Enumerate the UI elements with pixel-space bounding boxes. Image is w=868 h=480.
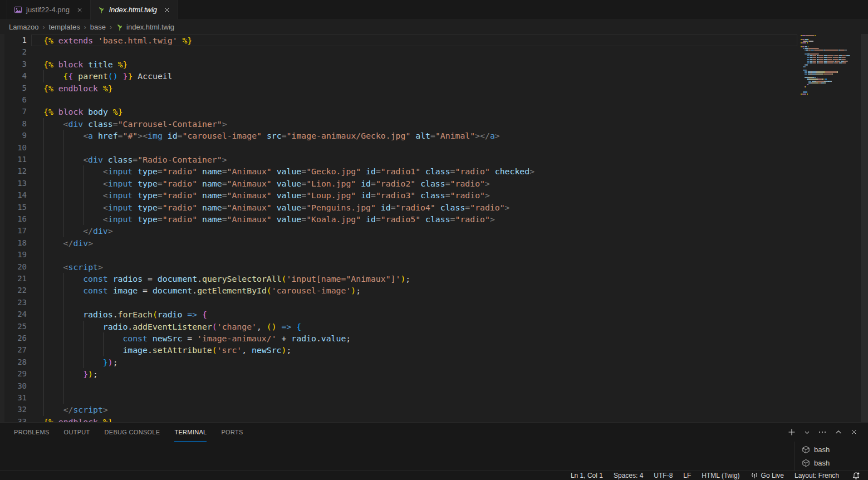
tab-justif22-4.png[interactable]: justif22-4.png <box>7 0 91 19</box>
code-line-1[interactable]: 1{% extends 'base.html.twig' %} <box>0 35 797 46</box>
code-line-2[interactable]: 2 <box>0 46 797 58</box>
code-line-27[interactable]: 27image.setAttribute('src', newSrc); <box>0 344 797 356</box>
statusbar-eol[interactable]: LF <box>683 472 691 479</box>
code-line-31[interactable]: 31 <box>0 392 797 404</box>
statusbar-notifications[interactable] <box>852 472 860 480</box>
code-line-17[interactable]: 17</div> <box>0 225 797 237</box>
terminal-item-2[interactable]: bash <box>795 456 868 469</box>
statusbar-language-mode[interactable]: HTML (Twig) <box>702 472 739 479</box>
indent-guide <box>63 297 64 308</box>
breadcrumb-file[interactable]: index.html.twig <box>116 23 174 31</box>
minimap-line <box>815 50 822 51</box>
minimap-line <box>812 71 816 72</box>
code-line-33[interactable]: 33{% endblock %} <box>0 416 797 422</box>
close-icon[interactable] <box>850 428 858 436</box>
line-text: <input type="radio" name="Animaux" value… <box>103 178 490 189</box>
line-number: 28 <box>0 356 27 368</box>
minimap-line <box>802 42 806 43</box>
code-line-23[interactable]: 23 <box>0 297 797 308</box>
code-line-12[interactable]: 12<input type="radio" name="Animaux" val… <box>0 165 797 177</box>
editor-scrollbar[interactable] <box>861 34 868 422</box>
terminal-content[interactable] <box>0 442 795 471</box>
indent-guide <box>63 344 64 356</box>
code-line-8[interactable]: 8<div class="Carrousel-Container"> <box>0 118 797 130</box>
code-line-25[interactable]: 25radio.addEventListener('change', () =>… <box>0 321 797 332</box>
code-line-19[interactable]: 19 <box>0 249 797 261</box>
panel-tab-output[interactable]: OUTPUT <box>64 423 90 442</box>
tab-index.html.twig[interactable]: index.html.twig <box>91 0 178 20</box>
indent-guide <box>83 332 84 344</box>
breadcrumb-item-Lamazoo[interactable]: Lamazoo <box>9 23 38 31</box>
indent-guide <box>83 321 84 332</box>
code-line-21[interactable]: 21const radios = document.querySelectorA… <box>0 273 797 285</box>
indent-guide <box>43 344 44 356</box>
code-line-14[interactable]: 14<input type="radio" name="Animaux" val… <box>0 189 797 201</box>
plus-icon[interactable] <box>787 428 796 437</box>
indent-guide <box>63 225 64 237</box>
statusbar-indentation[interactable]: Spaces: 4 <box>614 472 643 479</box>
panel-tab-terminal[interactable]: TERMINAL <box>174 423 207 442</box>
code-line-4[interactable]: 4{{ parent() }} Accueil <box>0 70 797 82</box>
code-line-28[interactable]: 28}); <box>0 356 797 368</box>
minimap-line <box>835 62 838 63</box>
minimap-line <box>845 57 846 58</box>
line-text: <input type="radio" name="Animaux" value… <box>103 165 534 177</box>
minimap-line <box>805 46 807 47</box>
minimap-line <box>807 41 808 42</box>
code-line-10[interactable]: 10 <box>0 142 797 154</box>
more-icon[interactable] <box>818 428 827 437</box>
code-line-6[interactable]: 6 <box>0 94 797 106</box>
indent-guide <box>63 154 64 165</box>
code-editor[interactable]: 1{% extends 'base.html.twig' %}23{% bloc… <box>0 34 868 422</box>
code-line-7[interactable]: 7{% block body %} <box>0 106 797 117</box>
code-line-20[interactable]: 20<script> <box>0 261 797 273</box>
terminal-item-1[interactable]: bash <box>795 443 868 456</box>
breadcrumb-item-base[interactable]: base <box>90 23 106 31</box>
statusbar-go-live[interactable]: Go Live <box>751 472 784 479</box>
code-line-32[interactable]: 32</script> <box>0 404 797 415</box>
panel-actions <box>787 428 868 437</box>
code-line-16[interactable]: 16<input type="radio" name="Animaux" val… <box>0 213 797 225</box>
breadcrumb-item-templates[interactable]: templates <box>48 23 80 31</box>
minimap-line <box>808 81 811 82</box>
minimap-line <box>819 62 823 63</box>
line-number: 20 <box>0 261 27 273</box>
code-line-11[interactable]: 11<div class="Radio-Container"> <box>0 154 797 165</box>
minimap-line <box>817 71 825 72</box>
minimap-line <box>836 61 840 62</box>
statusbar-encoding[interactable]: UTF-8 <box>654 472 673 479</box>
minimap-line <box>815 77 816 78</box>
statusbar-cursor-position[interactable]: Ln 1, Col 1 <box>571 472 603 479</box>
code-line-24[interactable]: 24radios.forEach(radio => { <box>0 308 797 320</box>
code-line-18[interactable]: 18</div> <box>0 237 797 249</box>
code-line-30[interactable]: 30 <box>0 380 797 392</box>
code-line-13[interactable]: 13<input type="radio" name="Animaux" val… <box>0 178 797 189</box>
code-line-15[interactable]: 15<input type="radio" name="Animaux" val… <box>0 202 797 213</box>
panel-tab-debug-console[interactable]: DEBUG CONSOLE <box>105 423 160 442</box>
indent-guide <box>63 178 64 189</box>
close-icon[interactable] <box>76 6 84 14</box>
minimap-line <box>811 50 813 51</box>
statusbar-keyboard-layout[interactable]: Layout: French <box>795 472 839 479</box>
minimap-line <box>810 53 818 55</box>
code-line-5[interactable]: 5{% endblock %} <box>0 82 797 94</box>
indent-guide <box>63 380 64 392</box>
indent-guide <box>63 285 64 296</box>
line-number: 29 <box>0 368 27 380</box>
close-icon[interactable] <box>163 6 171 14</box>
line-text: {% block title %} <box>43 58 128 70</box>
minimap-line <box>807 64 808 65</box>
panel-tab-problems[interactable]: PROBLEMS <box>14 423 50 442</box>
minimap[interactable] <box>797 35 861 419</box>
code-line-9[interactable]: 9<a href="#"><img id="carousel-image" sr… <box>0 130 797 141</box>
indent-guide <box>83 178 84 189</box>
chevron-up-icon[interactable] <box>835 428 842 436</box>
minimap-line <box>808 48 819 49</box>
code-line-29[interactable]: 29}); <box>0 368 797 380</box>
indent-guide <box>43 273 44 285</box>
panel-tab-ports[interactable]: PORTS <box>221 423 243 442</box>
code-line-26[interactable]: 26const newSrc = 'image-animaux/' + radi… <box>0 332 797 344</box>
code-line-3[interactable]: 3{% block title %} <box>0 58 797 70</box>
chevron-down-icon[interactable] <box>804 429 810 435</box>
code-line-22[interactable]: 22const image = document.getElementById(… <box>0 285 797 296</box>
